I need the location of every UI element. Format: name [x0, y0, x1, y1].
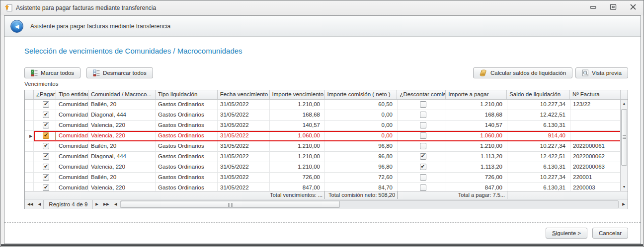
column-header-liquidacion[interactable]: Tipo liquidación [156, 90, 218, 99]
importe-vencimiento-cell: 1.210,00 [270, 100, 325, 110]
grid-body: ComunidadBailén, 20Gastos Ordinarios31/0… [25, 100, 628, 191]
column-header-comision[interactable]: Importe comisión ( neto ) [325, 90, 398, 99]
table-row[interactable]: ComunidadValencia, 220Gastos Ordinarios3… [25, 121, 621, 131]
pagar-checkbox[interactable] [43, 153, 49, 160]
row-selector-cell [25, 173, 34, 183]
vertical-scrollbar[interactable]: ▲ ▼ [620, 100, 628, 191]
mark-all-button[interactable]: Marcar todos [24, 67, 80, 78]
row-selector-cell [25, 152, 34, 162]
descontar-checkbox[interactable] [420, 174, 426, 181]
descontar-checkbox[interactable] [420, 153, 426, 160]
preview-button[interactable]: Vista previa [575, 67, 628, 78]
minimize-button[interactable] [590, 3, 597, 10]
unmark-all-button[interactable]: Desmarcar todos [86, 67, 153, 78]
back-button[interactable]: ◀ [10, 20, 23, 33]
scroll-down-icon[interactable]: ▼ [621, 183, 628, 191]
total-a-pagar: Total a pagar: 7.5... [446, 191, 507, 199]
calculate-balances-button[interactable]: Calcular saldos de liquidación [473, 67, 572, 78]
pagar-cell [34, 141, 56, 152]
next-button[interactable]: Siguiente > [546, 228, 587, 239]
grid-navigator: ◀◀ ◀ Registro 4 de 9 ▶ ▶▶ ◀ ▶ [25, 199, 628, 209]
descontar-comision-cell [398, 121, 446, 131]
hscroll-left-icon[interactable]: ◀ [112, 200, 120, 209]
descontar-comision-cell [398, 173, 446, 183]
table-row[interactable]: ComunidadDiagonal, 444Gastos Ordinarios3… [25, 152, 621, 162]
column-header-tipo[interactable]: Tipo entidad [56, 90, 88, 99]
descontar-checkbox[interactable] [420, 185, 426, 191]
importe-a-pagar-cell: 1.210,00 [446, 100, 507, 110]
tipo-entidad-cell: Comunidad [56, 183, 88, 191]
table-row[interactable]: ComunidadDiagonal, 444Gastos Ordinarios3… [25, 110, 621, 121]
descontar-checkbox[interactable] [420, 112, 426, 118]
checklist-unchecked-icon [93, 69, 100, 76]
pagar-checkbox[interactable] [43, 164, 49, 170]
close-button[interactable] [630, 3, 637, 10]
actions-toolbar: Calcular saldos de liquidación Vista pre… [473, 67, 628, 78]
record-first-button[interactable]: ◀◀ [25, 200, 36, 209]
pagar-checkbox[interactable] [43, 122, 49, 128]
horizontal-scroll-thumb[interactable] [121, 201, 339, 208]
numero-factura-cell: 2022000063 [570, 162, 621, 173]
pagar-checkbox[interactable] [43, 185, 49, 191]
record-next-button[interactable]: ▶ [93, 200, 101, 209]
tipo-entidad-cell: Comunidad [56, 173, 88, 183]
cancel-button[interactable]: Cancelar [592, 228, 628, 239]
importe-a-pagar-cell: 140,57 [446, 121, 507, 131]
record-counter: Registro 4 de 9 [43, 200, 93, 209]
column-header-factura[interactable]: Nº Factura [570, 90, 621, 99]
column-header-a_pagar[interactable]: Importe a pagar [446, 90, 507, 99]
tipo-entidad-cell: Comunidad [56, 131, 88, 141]
pagar-checkbox[interactable] [43, 112, 49, 118]
record-last-button[interactable]: ▶▶ [101, 200, 112, 209]
column-header-comunidad[interactable]: Comunidad / Macroco... [88, 90, 156, 99]
descontar-checkbox[interactable] [420, 122, 426, 128]
descontar-checkbox[interactable] [420, 164, 426, 170]
table-row[interactable]: ▶ComunidadValencia, 220Gastos Ordinarios… [25, 131, 621, 141]
descontar-checkbox[interactable] [420, 143, 426, 149]
record-prev-button[interactable]: ◀ [36, 200, 44, 209]
saldo-liquidacion-cell: 12.422,51 [507, 110, 570, 121]
pagar-checkbox[interactable] [43, 174, 49, 181]
page-title: Selección de vencimientos de Comunidades… [24, 47, 242, 55]
checklist-checked-icon [31, 69, 38, 76]
comunidad-cell: Valencia, 220 [88, 162, 156, 173]
vertical-scroll-thumb[interactable] [621, 109, 627, 166]
column-header-saldo[interactable]: Saldo de liquidación [507, 90, 570, 99]
importe-comision-cell: 0,00 [325, 131, 398, 141]
pagar-cell [34, 100, 56, 110]
column-header-descontar[interactable]: ¿Descontar comisión? [397, 90, 446, 99]
numero-factura-cell: 2022000061 [570, 141, 621, 152]
table-row[interactable]: ComunidadBailén, 20Gastos Ordinarios31/0… [25, 141, 621, 152]
calculate-balances-label: Calcular saldos de liquidación [490, 70, 566, 76]
scroll-up-icon[interactable]: ▲ [621, 100, 628, 108]
column-header-importe[interactable]: Importe vencimiento [270, 90, 325, 99]
maximize-button[interactable] [610, 3, 617, 10]
row-selector-cell [25, 162, 34, 173]
total-comision: Total comisión neto: 508,20 [325, 191, 398, 199]
pagar-checkbox[interactable] [43, 132, 49, 139]
column-header-selector[interactable] [25, 90, 34, 99]
descontar-checkbox[interactable] [420, 132, 426, 139]
fecha-vencimiento-cell: 31/05/2022 [218, 100, 270, 110]
hscroll-right-icon[interactable]: ▶ [620, 200, 628, 209]
table-row[interactable]: ComunidadBailén, 20Gastos Ordinarios31/0… [25, 173, 621, 183]
fecha-vencimiento-cell: 31/05/2022 [218, 183, 270, 191]
tipo-entidad-cell: Comunidad [56, 141, 88, 152]
saldo-liquidacion-cell: 10.227,34 [507, 173, 570, 183]
descontar-comision-cell [398, 183, 446, 191]
column-header-fecha[interactable]: Fecha vencimiento [218, 90, 270, 99]
pagar-checkbox[interactable] [43, 101, 49, 108]
table-row[interactable]: ComunidadValencia, 220Gastos Ordinarios3… [25, 162, 621, 173]
pagar-checkbox[interactable] [43, 143, 49, 149]
table-row[interactable]: ComunidadValencia, 220Gastos Ordinarios3… [25, 183, 621, 191]
numero-factura-cell: 2200003 [570, 183, 621, 191]
comunidad-cell: Valencia, 220 [88, 183, 156, 191]
column-header-pagar[interactable]: ¿Pagar? [34, 90, 56, 99]
descontar-checkbox[interactable] [420, 101, 426, 108]
title-bar: Asistente para pagar facturas mediante t… [0, 0, 644, 15]
horizontal-scrollbar[interactable] [120, 200, 619, 208]
wizard-header-title: Asistente para pagar facturas mediante t… [30, 23, 170, 30]
wizard-header-band: ◀ Asistente para pagar facturas mediante… [4, 16, 641, 37]
table-row[interactable]: ComunidadBailén, 20Gastos Ordinarios31/0… [25, 100, 621, 110]
scroll-grip-icon [228, 203, 233, 207]
